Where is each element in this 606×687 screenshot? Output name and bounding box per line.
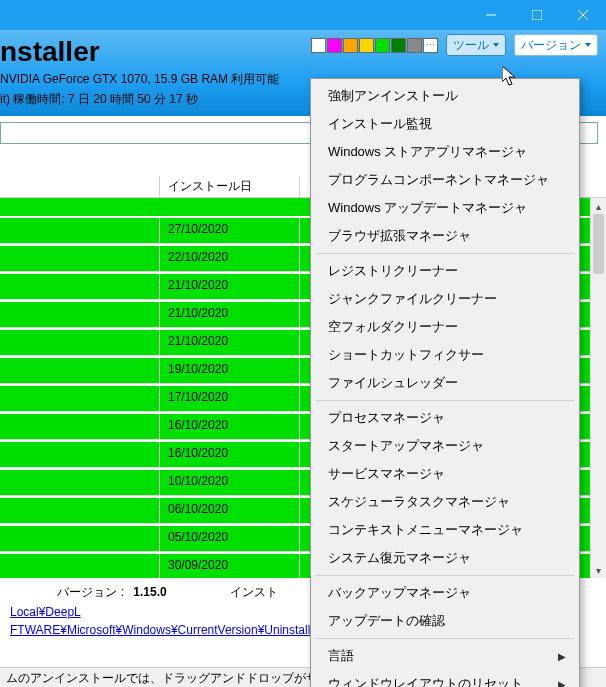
menu-item[interactable]: ウィンドウレイアウトのリセット▶ — [314, 670, 576, 687]
tools-button[interactable]: ツール — [446, 34, 506, 56]
menu-item-label: プロセスマネージャ — [328, 409, 445, 427]
cell-name — [0, 442, 160, 468]
color-swatch[interactable] — [327, 38, 342, 53]
cell-install-date: 19/10/2020 — [160, 358, 300, 384]
menu-item[interactable]: バックアップマネージャ — [314, 579, 576, 607]
minimize-button[interactable] — [468, 0, 514, 30]
caret-down-icon — [585, 43, 591, 47]
color-swatch[interactable] — [343, 38, 358, 53]
menu-separator — [316, 253, 574, 254]
tools-button-label: ツール — [453, 37, 489, 54]
menu-item-label: 強制アンインストール — [328, 87, 458, 105]
cell-install-date: 21/10/2020 — [160, 274, 300, 300]
vertical-scrollbar[interactable]: ▴ ▾ — [590, 198, 606, 578]
menu-item-label: スケジューラタスクマネージャ — [328, 493, 510, 511]
more-colors-icon[interactable]: ⋯ — [423, 38, 438, 53]
menu-separator — [316, 638, 574, 639]
cell-name — [0, 330, 160, 356]
menu-item-label: 言語 — [328, 647, 354, 665]
menu-separator — [316, 575, 574, 576]
color-swatch[interactable] — [375, 38, 390, 53]
menu-item[interactable]: ブラウザ拡張マネージャ — [314, 222, 576, 250]
color-swatch[interactable] — [391, 38, 406, 53]
menu-item[interactable]: システム復元マネージャ — [314, 544, 576, 572]
cell-name — [0, 554, 160, 578]
detail-version-value: 1.15.0 — [133, 585, 166, 599]
menu-item-label: コンテキストメニューマネージャ — [328, 521, 523, 539]
scroll-down-arrow-icon[interactable]: ▾ — [591, 562, 606, 578]
cell-name — [0, 386, 160, 412]
color-swatch[interactable] — [359, 38, 374, 53]
cell-install-date: 06/10/2020 — [160, 498, 300, 524]
caret-down-icon — [493, 43, 499, 47]
menu-item-label: Windows ストアアプリマネージャ — [328, 143, 527, 161]
cell-install-date: 10/10/2020 — [160, 470, 300, 496]
cell-name — [0, 274, 160, 300]
menu-item[interactable]: プログラムコンポーネントマネージャ — [314, 166, 576, 194]
scrollbar-thumb[interactable] — [593, 214, 604, 274]
menu-item[interactable]: プロセスマネージャ — [314, 404, 576, 432]
cell-install-date: 27/10/2020 — [160, 218, 300, 244]
close-window-button[interactable] — [560, 0, 606, 30]
menu-item-label: ジャンクファイルクリーナー — [328, 290, 497, 308]
menu-item[interactable]: 言語▶ — [314, 642, 576, 670]
menu-item[interactable]: レジストリクリーナー — [314, 257, 576, 285]
cell-install-date: 17/10/2020 — [160, 386, 300, 412]
color-swatch[interactable] — [407, 38, 422, 53]
submenu-arrow-icon: ▶ — [558, 679, 566, 688]
cell-name — [0, 246, 160, 272]
menu-item[interactable]: サービスマネージャ — [314, 460, 576, 488]
menu-item-label: ショートカットフィクサー — [328, 346, 484, 364]
menu-item[interactable]: アップデートの確認 — [314, 607, 576, 635]
cell-name — [0, 302, 160, 328]
uptime-label: it) 稼働時間: — [0, 92, 68, 106]
window-titlebar — [0, 0, 606, 30]
version-button-label: バージョン — [521, 37, 581, 54]
menu-item[interactable]: 強制アンインストール — [314, 82, 576, 110]
maximize-button[interactable] — [514, 0, 560, 30]
submenu-arrow-icon: ▶ — [558, 651, 566, 662]
detail-path-link-2[interactable]: FTWARE¥Microsoft¥Windows¥CurrentVersion¥… — [10, 623, 352, 637]
cell-name — [0, 526, 160, 552]
menu-item[interactable]: スタートアップマネージャ — [314, 432, 576, 460]
menu-item[interactable]: インストール監視 — [314, 110, 576, 138]
scroll-up-arrow-icon[interactable]: ▴ — [591, 198, 606, 214]
cell-name — [0, 414, 160, 440]
menu-item[interactable]: ファイルシュレッダー — [314, 369, 576, 397]
tools-dropdown-menu: 強制アンインストールインストール監視Windows ストアアプリマネージャプログ… — [310, 78, 580, 687]
menu-item-label: アップデートの確認 — [328, 612, 445, 630]
menu-item-label: スタートアップマネージャ — [328, 437, 484, 455]
menu-item[interactable]: スケジューラタスクマネージャ — [314, 488, 576, 516]
menu-item-label: プログラムコンポーネントマネージャ — [328, 171, 549, 189]
menu-item-label: Windows アップデートマネージャ — [328, 199, 527, 217]
version-button[interactable]: バージョン — [514, 34, 598, 56]
menu-item-label: インストール監視 — [328, 115, 432, 133]
menu-item[interactable]: ショートカットフィクサー — [314, 341, 576, 369]
cell-install-date: 21/10/2020 — [160, 302, 300, 328]
detail-install-label: インスト — [230, 585, 278, 599]
cell-install-date: 05/10/2020 — [160, 526, 300, 552]
menu-item[interactable]: ジャンクファイルクリーナー — [314, 285, 576, 313]
cell-install-date: 16/10/2020 — [160, 414, 300, 440]
menu-item-label: サービスマネージャ — [328, 465, 445, 483]
menu-item-label: バックアップマネージャ — [328, 584, 471, 602]
uptime-value: 7 日 20 時間 50 分 17 秒 — [68, 92, 198, 106]
menu-item-label: ブラウザ拡張マネージャ — [328, 227, 471, 245]
cell-name — [0, 358, 160, 384]
cell-name — [0, 498, 160, 524]
detail-version-label: バージョン : — [10, 584, 130, 601]
menu-item[interactable]: 空フォルダクリーナー — [314, 313, 576, 341]
menu-item-label: システム復元マネージャ — [328, 549, 471, 567]
column-header-name[interactable] — [0, 176, 160, 197]
menu-item[interactable]: コンテキストメニューマネージャ — [314, 516, 576, 544]
menu-item-label: レジストリクリーナー — [328, 262, 458, 280]
menu-separator — [316, 400, 574, 401]
column-header-install-date[interactable]: インストール日 — [160, 176, 300, 197]
menu-item[interactable]: Windows ストアアプリマネージャ — [314, 138, 576, 166]
cell-name — [0, 218, 160, 244]
cell-install-date: 22/10/2020 — [160, 246, 300, 272]
menu-item[interactable]: Windows アップデートマネージャ — [314, 194, 576, 222]
detail-path-link-1[interactable]: Local¥DeepL — [10, 605, 81, 619]
svg-rect-1 — [532, 10, 542, 20]
color-swatch[interactable] — [311, 38, 326, 53]
